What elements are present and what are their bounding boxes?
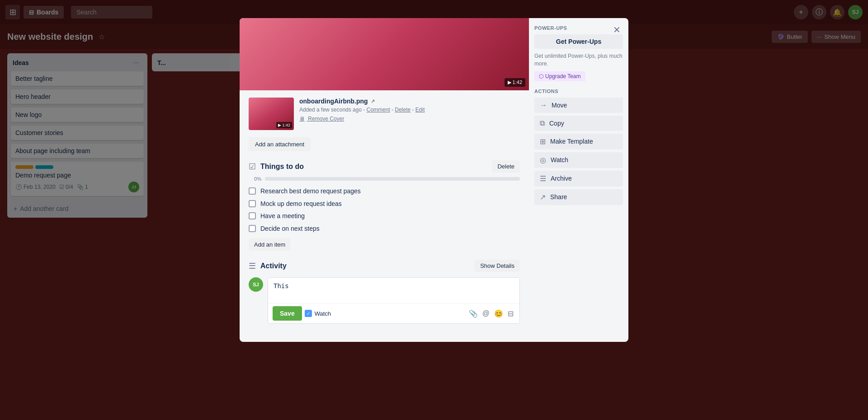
cover-video-badge: ▶ 1:42	[505, 78, 525, 87]
get-power-ups-button[interactable]: Get Power-Ups	[534, 34, 623, 49]
upgrade-label: Upgrade Team	[545, 73, 581, 79]
activity-toolbar: Save ✓ Watch 📎 @ 😊 ⊟	[268, 303, 519, 323]
modal-overlay[interactable]: ▶ 1:42 ▶ 1:42 onboardingAirbnb.png ↗ Add…	[0, 0, 868, 420]
watch-label: Watch	[315, 310, 331, 317]
move-action-button[interactable]: → Move	[534, 98, 623, 113]
activity-section: ☰ Activity Show Details SJ This Save ✓ W…	[249, 260, 520, 324]
checklist-section-header: ☑ Things to do Delete	[249, 160, 520, 173]
watch-action-button[interactable]: ◎ Watch	[534, 152, 623, 168]
move-label: Move	[552, 102, 567, 109]
checklist-title: Things to do	[260, 163, 487, 171]
actions-label: ACTIONS	[534, 89, 623, 94]
attachment-meta: Added a few seconds ago - Comment - Dele…	[299, 107, 520, 113]
power-ups-description: Get unlimited Power-Ups, plus much more.	[534, 52, 623, 68]
activity-compose: SJ This Save ✓ Watch 📎 @	[249, 277, 520, 324]
move-icon: →	[540, 101, 547, 109]
checklist-icon: ☑	[249, 162, 256, 172]
archive-action-button[interactable]: ☰ Archive	[534, 171, 623, 187]
watch-action-label: Watch	[551, 156, 568, 163]
attachment-filename: onboardingAirbnb.png ↗	[299, 98, 520, 105]
checklist-checkbox-2[interactable]	[249, 200, 256, 207]
make-template-action-button[interactable]: ⊞ Make Template	[534, 134, 623, 149]
attachment-thumbnail: ▶ 1:42	[249, 98, 294, 130]
checklist-item: Have a meeting	[249, 210, 520, 223]
external-link-icon: ↗	[371, 98, 375, 104]
checklist-checkbox-3[interactable]	[249, 212, 256, 219]
activity-avatar: SJ	[249, 277, 263, 292]
checklist-delete-button[interactable]: Delete	[492, 160, 520, 173]
copy-label: Copy	[549, 120, 564, 127]
archive-icon: ☰	[540, 174, 546, 183]
copy-icon: ⧉	[540, 119, 545, 127]
activity-title: Activity	[260, 262, 470, 270]
activity-toolbar-icons: 📎 @ 😊 ⊟	[467, 308, 515, 319]
attachment-delete-link[interactable]: Delete	[395, 107, 410, 113]
watch-icon: ◎	[540, 156, 546, 164]
checklist-progress-row: 0%	[249, 176, 520, 182]
template-icon: ⊞	[540, 137, 546, 146]
add-checklist-item-button[interactable]: Add an item	[249, 238, 291, 251]
card-icon-button[interactable]: ⊟	[506, 308, 515, 319]
attachment-row: ▶ 1:42 onboardingAirbnb.png ↗ Added a fe…	[249, 98, 520, 130]
checklist-checkbox-4[interactable]	[249, 225, 256, 232]
progress-bar-background	[265, 177, 520, 181]
show-details-button[interactable]: Show Details	[475, 260, 520, 272]
upgrade-icon: ⬡	[539, 73, 543, 79]
modal-cover-area: ▶ 1:42	[240, 18, 529, 90]
activity-header: ☰ Activity Show Details	[249, 260, 520, 272]
share-icon: ↗	[540, 193, 546, 201]
emoji-icon-button[interactable]: 😊	[493, 308, 505, 319]
modal-close-button[interactable]: ✕	[609, 23, 624, 37]
activity-icon: ☰	[249, 261, 256, 271]
checklist-item: Decide on next steps	[249, 223, 520, 235]
activity-comment-input[interactable]: This	[268, 278, 519, 301]
modal-main-content: ▶ 1:42 ▶ 1:42 onboardingAirbnb.png ↗ Add…	[240, 18, 529, 342]
share-label: Share	[550, 193, 567, 201]
attachment-play-badge: ▶ 1:42	[276, 122, 292, 128]
attachment-info: onboardingAirbnb.png ↗ Added a few secon…	[299, 98, 520, 122]
progress-percentage: 0%	[249, 176, 261, 182]
copy-action-button[interactable]: ⧉ Copy	[534, 116, 623, 131]
attachment-edit-link[interactable]: Edit	[415, 107, 425, 113]
archive-label: Archive	[551, 175, 572, 182]
make-template-label: Make Template	[550, 138, 593, 145]
add-attachment-button[interactable]: Add an attachment	[249, 137, 311, 151]
attach-icon-button[interactable]: 📎	[467, 308, 479, 319]
modal-sidebar: POWER-UPS Get Power-Ups Get unlimited Po…	[529, 18, 628, 342]
card-modal: ▶ 1:42 ▶ 1:42 onboardingAirbnb.png ↗ Add…	[240, 18, 628, 342]
save-comment-button[interactable]: Save	[273, 306, 302, 321]
mention-icon-button[interactable]: @	[481, 308, 491, 319]
watch-checkbox-row: ✓ Watch	[305, 310, 331, 317]
share-action-button[interactable]: ↗ Share	[534, 189, 623, 205]
watch-checkbox[interactable]: ✓	[305, 310, 312, 317]
checklist-item: Mock up demo request ideas	[249, 198, 520, 210]
upgrade-team-button[interactable]: ⬡ Upgrade Team	[534, 71, 585, 81]
checklist-item: Research best demo request pages	[249, 185, 520, 198]
activity-input-wrap: This Save ✓ Watch 📎 @ 😊 ⊟	[268, 277, 520, 324]
checklist-section: ☑ Things to do Delete 0% Research best d…	[249, 160, 520, 251]
attachment-comment-link[interactable]: Comment	[367, 107, 390, 113]
checklist-checkbox-1[interactable]	[249, 187, 256, 195]
remove-cover-button[interactable]: 🖥 Remove Cover	[299, 116, 520, 122]
